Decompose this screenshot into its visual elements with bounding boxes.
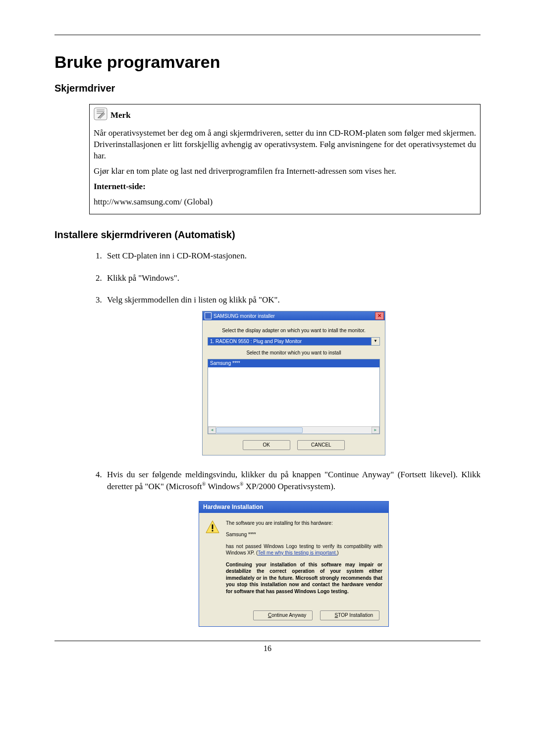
warning-icon (205, 520, 220, 600)
monitor-list[interactable]: Samsung **** ◄ ► (208, 359, 380, 434)
hw-line-1: The software you are installing for this… (226, 520, 382, 527)
document-page: Bruke programvaren Skjermdriver Merk Når… (0, 0, 535, 756)
installer-title: SAMSUNG monitor installer (214, 313, 275, 320)
hw-line-2: Samsung **** (226, 531, 382, 538)
installer-button-row: OK CANCEL (208, 434, 380, 450)
scroll-left-icon[interactable]: ◄ (208, 427, 216, 434)
continue-anyway-button[interactable]: Continue Anyway (253, 610, 313, 620)
step-3: Velg skjermmodellen din i listen og klik… (104, 295, 481, 455)
step-4-text-c: XP/2000 Operativsystem). (244, 481, 336, 491)
hardware-installation-dialog: Hardware Installation The software you a… (199, 501, 389, 626)
monitor-list-selected[interactable]: Samsung **** (208, 359, 379, 367)
chevron-down-icon[interactable]: ▼ (371, 337, 380, 346)
installer-body: Select the display adapter on which you … (203, 320, 385, 455)
main-title: Bruke programvaren (54, 52, 481, 72)
bottom-rule (54, 641, 481, 641)
registered-mark-2: ® (240, 481, 244, 487)
section-heading-skjermdriver: Skjermdriver (54, 83, 481, 94)
stop-installation-button[interactable]: STOP Installation (320, 610, 379, 620)
hw-button-row: Continue Anyway STOP Installation (199, 602, 388, 626)
internet-url: http://www.samsung.com/ (Global) (94, 197, 476, 208)
installer-dialog: SAMSUNG monitor installer ✕ Select the d… (202, 311, 385, 455)
step-4-text-b: Windows (206, 481, 239, 491)
svg-rect-2 (212, 524, 214, 529)
top-rule (54, 35, 481, 35)
note-label: Merk (110, 110, 131, 121)
step-4: Hvis du ser følgende meldingsvindu, klik… (104, 469, 481, 627)
section-heading-install-auto: Installere skjermdriveren (Automatisk) (54, 229, 481, 241)
svg-rect-3 (212, 530, 214, 531)
hw-link[interactable]: Tell me why this testing is important. (258, 550, 337, 555)
close-icon[interactable]: ✕ (375, 312, 384, 320)
installer-titlebar: SAMSUNG monitor installer ✕ (203, 311, 385, 320)
installer-app-icon (205, 312, 212, 319)
hw-body: The software you are installing for this… (199, 513, 388, 602)
note-paragraph-2: Gjør klar en tom plate og last ned drive… (94, 166, 476, 177)
step-1: Sett CD-platen inn i CD-ROM-stasjonen. (104, 251, 481, 262)
note-icon (94, 107, 107, 124)
hw-text: The software you are installing for this… (226, 520, 382, 600)
note-paragraph-1: Når operativsystemet ber deg om å angi s… (94, 128, 476, 162)
adapter-dropdown-value: 1. RADEON 9550 : Plug and Play Monitor (208, 337, 371, 346)
horizontal-scrollbar[interactable]: ◄ ► (208, 426, 379, 434)
scroll-right-icon[interactable]: ► (372, 427, 379, 434)
ok-button[interactable]: OK (243, 440, 290, 450)
note-header: Merk (94, 107, 476, 124)
installer-instruction-1: Select the display adapter on which you … (208, 327, 380, 334)
steps-list: Sett CD-platen inn i CD-ROM-stasjonen. K… (89, 251, 481, 627)
cancel-button[interactable]: CANCEL (297, 440, 345, 450)
hw-line-3: has not passed Windows Logo testing to v… (226, 543, 382, 556)
step-2: Klikk på "Windows". (104, 273, 481, 284)
internet-side-label: Internett-side: (94, 181, 476, 193)
hw-line-3b: ) (337, 550, 338, 555)
page-number: 16 (54, 644, 481, 653)
note-box: Merk Når operativsystemet ber deg om å a… (89, 104, 481, 214)
adapter-dropdown[interactable]: 1. RADEON 9550 : Plug and Play Monitor ▼ (208, 337, 380, 346)
hw-warning-paragraph: Continuing your installation of this sof… (226, 561, 382, 595)
hw-titlebar: Hardware Installation (199, 502, 388, 512)
scroll-thumb[interactable] (216, 427, 303, 433)
step-3-text: Velg skjermmodellen din i listen og klik… (107, 295, 280, 304)
scroll-track[interactable] (216, 427, 372, 434)
installer-instruction-2: Select the monitor which you want to ins… (208, 350, 380, 356)
